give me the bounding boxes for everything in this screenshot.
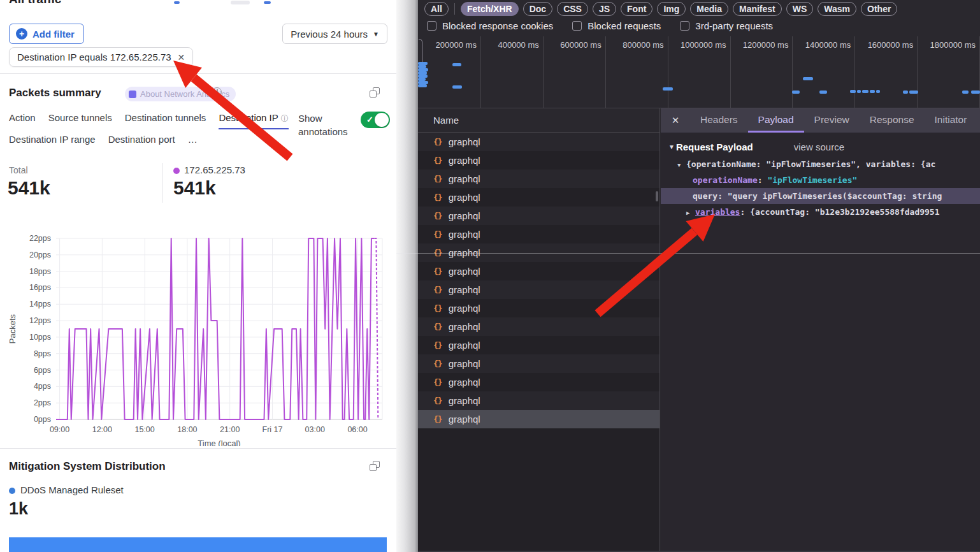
details-tab-preview[interactable]: Preview: [804, 108, 860, 133]
request-row-graphql[interactable]: {}graphql: [418, 262, 659, 280]
mitigation-title: Mitigation System Distribution: [9, 460, 166, 473]
filter-pill-ws[interactable]: WS: [786, 2, 814, 16]
payload-row[interactable]: query: "query ipFlowTimeseries($accountT…: [661, 188, 980, 204]
filter-pill-manifest[interactable]: Manifest: [733, 2, 782, 16]
network-overview-timeline[interactable]: 200000 ms400000 ms600000 ms800000 ms1000…: [418, 36, 980, 108]
name-column-header[interactable]: Name: [418, 108, 659, 133]
filter-pill-other[interactable]: Other: [861, 2, 897, 16]
svg-text:6pps: 6pps: [34, 366, 51, 375]
show-annotations-toggle[interactable]: ✓: [361, 112, 390, 128]
request-row-graphql[interactable]: {}graphql: [418, 207, 659, 225]
total-value: 541k: [8, 177, 50, 199]
json-braces-icon: {}: [433, 192, 442, 202]
svg-text:2pps: 2pps: [34, 398, 51, 407]
scrollbar-thumb[interactable]: [656, 191, 658, 201]
svg-text:Fri 17: Fri 17: [263, 425, 283, 434]
request-timing-mark: [857, 90, 861, 93]
details-tab-initiator[interactable]: Initiator: [925, 108, 977, 133]
request-timing-mark: [862, 90, 868, 93]
details-tab-payload[interactable]: Payload: [748, 108, 804, 133]
checkbox-unchecked[interactable]: [572, 21, 582, 31]
request-name: graphql: [449, 192, 480, 203]
expand-triangle-icon[interactable]: ▼: [677, 157, 686, 173]
svg-text:4pps: 4pps: [34, 382, 51, 391]
details-tab-headers[interactable]: Headers: [690, 108, 748, 133]
expand-triangle-icon[interactable]: ▶: [686, 205, 695, 221]
json-braces-icon: {}: [433, 414, 442, 424]
request-row-graphql[interactable]: {}graphql: [418, 280, 659, 299]
expand-card-icon[interactable]: [370, 87, 380, 98]
request-name: graphql: [449, 210, 480, 221]
request-row-graphql[interactable]: {}graphql: [418, 151, 659, 170]
tab-destination-ip-range[interactable]: Destination IP range: [9, 134, 96, 149]
svg-text:12:00: 12:00: [92, 425, 112, 434]
clock-icon: [212, 87, 222, 97]
tab-destination-ip[interactable]: Destination IPⓘ: [219, 112, 288, 129]
remove-filter-icon[interactable]: ✕: [178, 52, 185, 62]
request-name: graphql: [449, 303, 480, 314]
request-name: graphql: [449, 358, 480, 369]
request-row-graphql[interactable]: {}graphql: [418, 336, 659, 354]
json-braces-icon: {}: [433, 303, 442, 313]
view-source-link[interactable]: view source: [794, 142, 844, 152]
filter-chip[interactable]: Destination IP equals 172.65.225.73 ✕: [9, 47, 193, 67]
request-row-graphql[interactable]: {}graphql: [418, 354, 659, 373]
checkbox-unchecked[interactable]: [680, 21, 689, 31]
filter-pill-doc[interactable]: Doc: [523, 2, 552, 16]
json-braces-icon: {}: [433, 266, 442, 276]
time-range-dropdown[interactable]: Previous 24 hours ▼: [282, 24, 387, 44]
request-row-graphql[interactable]: {}graphql: [418, 391, 659, 410]
json-braces-icon: {}: [433, 340, 442, 350]
checkbox-unchecked[interactable]: [427, 21, 436, 31]
filter-pill-media[interactable]: Media: [690, 2, 728, 16]
tab-destination-tunnels[interactable]: Destination tunnels: [125, 112, 206, 129]
svg-text:16pps: 16pps: [29, 283, 51, 292]
request-name: graphql: [449, 284, 480, 295]
json-braces-icon: {}: [433, 359, 442, 368]
payload-row[interactable]: operationName: "ipFlowTimeseries": [661, 172, 980, 188]
tab--[interactable]: …: [188, 134, 198, 149]
request-row-graphql[interactable]: {}graphql: [418, 225, 659, 243]
svg-text:15:00: 15:00: [134, 425, 154, 434]
filter-pill-js[interactable]: JS: [593, 2, 616, 16]
filter-pill-wasm[interactable]: Wasm: [818, 2, 856, 16]
request-row-graphql[interactable]: {}graphql: [418, 188, 659, 207]
request-row-graphql[interactable]: {}graphql: [418, 170, 659, 188]
request-timing-mark: [803, 77, 813, 80]
add-filter-button[interactable]: + Add filter: [9, 24, 84, 44]
filter-pill-font[interactable]: Font: [621, 2, 652, 16]
details-tab-response[interactable]: Response: [860, 108, 925, 133]
chart-canvas[interactable]: 0pps2pps4pps6pps8pps10pps12pps14pps16pps…: [6, 224, 391, 446]
filter-pill-all[interactable]: All: [424, 2, 449, 16]
clipped-toolbar-fragment: [231, 1, 250, 4]
payload-row[interactable]: ▼{operationName: "ipFlowTimeseries", var…: [661, 156, 980, 172]
request-name: graphql: [449, 136, 480, 147]
collapse-triangle-icon[interactable]: ▼: [668, 143, 675, 150]
filter-chip-label: Destination IP equals 172.65.225.73: [17, 52, 171, 62]
checkbox-label: Blocked requests: [587, 20, 661, 31]
request-row-graphql[interactable]: {}graphql: [418, 133, 659, 151]
request-timing-mark: [971, 91, 980, 94]
mitigation-bar[interactable]: [9, 537, 387, 552]
request-row-graphql[interactable]: {}graphql: [418, 410, 659, 428]
tab-action[interactable]: Action: [9, 112, 36, 129]
tab-destination-port[interactable]: Destination port: [108, 134, 175, 149]
timeline-tick-label: 1000000 ms: [668, 40, 726, 52]
filter-pill-fetch-xhr[interactable]: Fetch/XHR: [461, 2, 519, 16]
checkbox-item-blocked-requests: Blocked requests: [572, 20, 661, 31]
close-icon[interactable]: ✕: [661, 115, 690, 126]
mitigation-value: 1k: [9, 499, 28, 519]
expand-card-icon[interactable]: [370, 461, 380, 471]
filter-pill-css[interactable]: CSS: [557, 2, 588, 16]
request-name: graphql: [449, 266, 480, 277]
request-row-graphql[interactable]: {}graphql: [418, 243, 659, 262]
packets-timeseries-chart[interactable]: 0pps2pps4pps6pps8pps10pps12pps14pps16pps…: [6, 224, 391, 446]
filter-pill-img[interactable]: Img: [657, 2, 686, 16]
request-row-graphql[interactable]: {}graphql: [418, 317, 659, 336]
tab-source-tunnels[interactable]: Source tunnels: [48, 112, 112, 129]
page-title: All traffic: [9, 0, 61, 6]
request-row-graphql[interactable]: {}graphql: [418, 299, 659, 317]
request-row-graphql[interactable]: {}graphql: [418, 373, 659, 391]
clipped-toolbar-fragment: [174, 1, 180, 4]
payload-row[interactable]: ▶variables: {accountTag: "b12e3b2192ee55…: [661, 204, 980, 220]
